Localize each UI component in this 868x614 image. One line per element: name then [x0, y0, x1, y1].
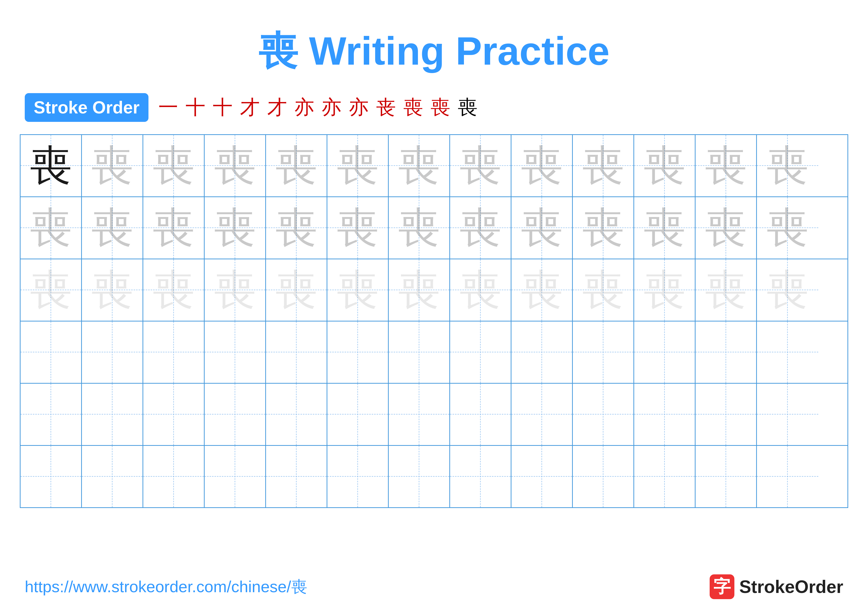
footer-url[interactable]: https://www.strokeorder.com/chinese/喪	[25, 576, 307, 598]
grid-cell[interactable]	[696, 384, 757, 445]
grid-cell[interactable]	[573, 384, 634, 445]
grid-cell[interactable]	[757, 384, 818, 445]
grid-cell: 喪	[266, 197, 327, 259]
grid-cell: 喪	[327, 197, 389, 259]
grid-row-6	[20, 446, 848, 507]
grid-row-5	[20, 384, 848, 446]
practice-grid: 喪 喪 喪 喪 喪 喪 喪 喪 喪 喪 喪 喪	[20, 134, 848, 508]
grid-cell[interactable]	[205, 384, 266, 445]
char-trace: 喪	[705, 137, 747, 194]
stroke-step-7: 亦	[322, 94, 341, 121]
char-trace: 喪	[459, 262, 502, 319]
grid-cell[interactable]	[266, 322, 327, 383]
grid-cell[interactable]	[205, 322, 266, 383]
footer-logo-icon: 字	[710, 574, 735, 599]
char-trace: 喪	[398, 137, 440, 194]
grid-cell: 喪	[205, 135, 266, 196]
grid-cell[interactable]	[82, 384, 143, 445]
grid-cell[interactable]	[327, 384, 389, 445]
grid-cell[interactable]	[20, 322, 82, 383]
grid-cell: 喪	[634, 135, 696, 196]
char-trace: 喪	[30, 200, 72, 256]
char-trace: 喪	[214, 137, 256, 194]
grid-cell[interactable]	[512, 384, 573, 445]
stroke-step-11: 喪	[431, 94, 450, 121]
grid-cell[interactable]	[450, 322, 512, 383]
grid-cell[interactable]	[20, 446, 82, 507]
stroke-order-row: Stroke Order 一 十 十 才 才 亦 亦 亦 丧 喪 喪 喪	[0, 93, 868, 122]
footer-logo: 字 StrokeOrder	[710, 574, 843, 599]
grid-cell: 喪	[82, 197, 143, 259]
char-trace: 喪	[153, 200, 195, 256]
char-trace: 喪	[337, 200, 379, 256]
grid-cell[interactable]	[143, 322, 205, 383]
char-trace: 喪	[767, 262, 809, 319]
grid-cell: 喪	[573, 259, 634, 321]
grid-cell[interactable]	[450, 384, 512, 445]
grid-cell: 喪	[266, 135, 327, 196]
char-trace: 喪	[337, 137, 379, 194]
char-trace: 喪	[91, 200, 133, 256]
stroke-step-5: 才	[267, 94, 287, 121]
stroke-step-6: 亦	[294, 94, 314, 121]
stroke-step-2: 十	[186, 94, 205, 121]
grid-cell[interactable]	[389, 384, 450, 445]
grid-cell[interactable]	[634, 446, 696, 507]
grid-cell: 喪	[20, 135, 82, 196]
grid-cell[interactable]	[573, 446, 634, 507]
grid-cell[interactable]	[266, 384, 327, 445]
grid-cell[interactable]	[266, 446, 327, 507]
grid-cell[interactable]	[143, 384, 205, 445]
grid-cell[interactable]	[573, 322, 634, 383]
grid-cell[interactable]	[450, 446, 512, 507]
stroke-step-12: 喪	[458, 94, 477, 121]
grid-row-3: 喪 喪 喪 喪 喪 喪 喪 喪 喪 喪 喪 喪	[20, 259, 848, 322]
grid-cell: 喪	[573, 135, 634, 196]
grid-cell[interactable]	[143, 446, 205, 507]
char-trace: 喪	[521, 200, 563, 256]
char-trace: 喪	[459, 200, 502, 256]
char-trace: 喪	[153, 262, 195, 319]
char-trace: 喪	[398, 200, 440, 256]
grid-cell: 喪	[450, 197, 512, 259]
grid-cell[interactable]	[327, 446, 389, 507]
grid-cell[interactable]	[757, 322, 818, 383]
grid-cell[interactable]	[82, 446, 143, 507]
char-trace: 喪	[337, 262, 379, 319]
char-trace: 喪	[275, 262, 318, 319]
grid-cell[interactable]	[757, 446, 818, 507]
grid-cell[interactable]	[82, 322, 143, 383]
grid-cell: 喪	[757, 259, 818, 321]
char-trace: 喪	[214, 262, 256, 319]
grid-cell[interactable]	[512, 322, 573, 383]
char-trace: 喪	[582, 137, 624, 194]
grid-cell: 喪	[205, 259, 266, 321]
page-title: 喪 Writing Practice	[0, 0, 868, 78]
char-trace: 喪	[643, 137, 686, 194]
char-trace: 喪	[582, 200, 624, 256]
char-trace: 喪	[767, 200, 809, 256]
char-trace: 喪	[275, 137, 318, 194]
grid-cell: 喪	[512, 135, 573, 196]
grid-row-4	[20, 322, 848, 384]
grid-cell[interactable]	[389, 446, 450, 507]
grid-cell[interactable]	[389, 322, 450, 383]
grid-cell: 喪	[82, 259, 143, 321]
grid-cell: 喪	[143, 135, 205, 196]
grid-cell: 喪	[696, 259, 757, 321]
char-trace: 喪	[767, 137, 809, 194]
grid-cell: 喪	[389, 197, 450, 259]
grid-cell[interactable]	[696, 322, 757, 383]
grid-cell[interactable]	[634, 322, 696, 383]
grid-cell[interactable]	[205, 446, 266, 507]
char-main: 喪	[30, 137, 72, 194]
grid-cell[interactable]	[20, 384, 82, 445]
grid-cell[interactable]	[512, 446, 573, 507]
grid-cell[interactable]	[634, 384, 696, 445]
grid-cell: 喪	[696, 135, 757, 196]
grid-cell: 喪	[512, 259, 573, 321]
grid-cell: 喪	[450, 259, 512, 321]
grid-cell[interactable]	[327, 322, 389, 383]
grid-cell[interactable]	[696, 446, 757, 507]
char-trace: 喪	[582, 262, 624, 319]
